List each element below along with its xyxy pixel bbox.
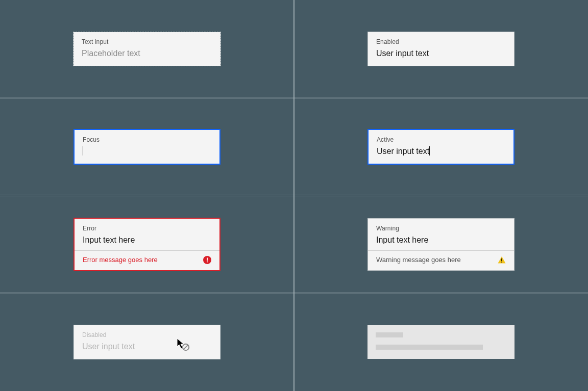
cell-active: Active User input text [294, 98, 588, 196]
field-value: Input text here [83, 235, 211, 245]
error-filled-icon [203, 256, 211, 264]
cell-error: Error Input text here Error message goes… [0, 196, 294, 294]
cell-focus: Focus [0, 98, 294, 196]
cell-skeleton [294, 293, 588, 391]
svg-rect-2 [207, 262, 208, 263]
warning-filled-icon [498, 256, 506, 264]
cell-enabled: Enabled User input text [294, 0, 588, 98]
text-input-disabled: Disabled User input text [74, 325, 220, 359]
field-label: Active [377, 136, 505, 143]
text-input-active[interactable]: Active User input text [368, 129, 514, 165]
cell-warning: Warning Input text here Warning message … [294, 196, 588, 294]
error-message-text: Error message goes here [83, 256, 158, 264]
skeleton-value-bar [376, 345, 483, 350]
field-value: User input text [82, 342, 212, 352]
text-caret [83, 146, 83, 155]
cell-default: Text input Placeholder text [0, 0, 294, 98]
field-label: Enabled [376, 38, 506, 45]
field-placeholder: Placeholder text [82, 48, 212, 59]
field-label: Focus [83, 136, 211, 143]
states-grid: Text input Placeholder text Enabled User… [0, 0, 588, 391]
text-input-error[interactable]: Error Input text here Error message goes… [74, 218, 220, 271]
cell-disabled: Disabled User input text [0, 293, 294, 391]
field-label: Text input [82, 38, 212, 45]
text-caret [429, 146, 430, 155]
text-input-warning[interactable]: Warning Input text here Warning message … [368, 218, 514, 271]
text-input-default[interactable]: Text input Placeholder text [74, 32, 220, 66]
svg-rect-1 [207, 257, 208, 260]
field-value: User input text [377, 146, 505, 157]
warning-message-text: Warning message goes here [376, 256, 461, 264]
error-message-row: Error message goes here [75, 250, 219, 270]
field-value [83, 146, 211, 157]
field-label: Error [83, 225, 211, 232]
text-input-focus[interactable]: Focus [74, 129, 220, 165]
field-label: Disabled [82, 331, 212, 338]
svg-rect-4 [501, 258, 502, 261]
text-input-enabled[interactable]: Enabled User input text [368, 32, 514, 66]
field-value: Input text here [376, 235, 506, 245]
svg-rect-5 [501, 262, 502, 263]
field-label: Warning [376, 225, 506, 232]
text-input-skeleton [368, 325, 514, 359]
field-value: User input text [376, 48, 506, 59]
skeleton-label-bar [376, 332, 403, 337]
warning-message-row: Warning message goes here [368, 250, 514, 270]
